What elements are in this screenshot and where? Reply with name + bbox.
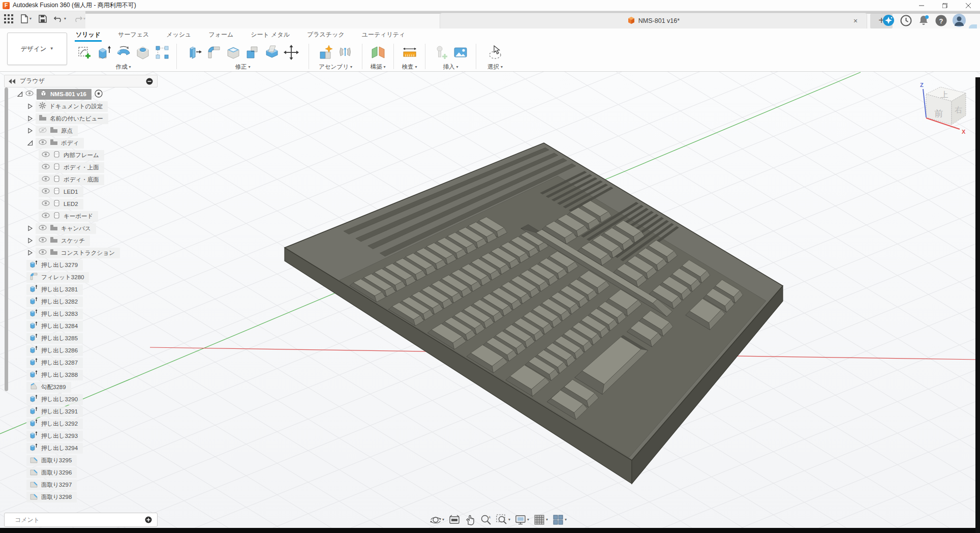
tree-item-pill[interactable]: キーボード <box>39 211 98 222</box>
feature-pill[interactable]: 押し出し3292 <box>26 419 83 429</box>
move-button[interactable] <box>283 44 299 61</box>
minimize-button[interactable] <box>910 0 933 11</box>
visibility-eye-icon[interactable] <box>42 213 50 220</box>
ribbon-group-label[interactable]: 検査▾ <box>402 63 417 71</box>
tree-item[interactable]: ボディ・底面 <box>39 174 104 185</box>
feature-item[interactable]: 押し出し3294 <box>26 442 83 454</box>
zoom-window-button[interactable]: ▾ <box>496 514 511 526</box>
app-grid-button[interactable] <box>3 13 14 24</box>
feature-pill[interactable]: 面取り3295 <box>26 455 77 466</box>
press-pull-button[interactable] <box>187 44 203 61</box>
feature-pill[interactable]: 押し出し3279 <box>26 260 83 271</box>
workspace-selector[interactable]: デザイン ▼ <box>7 33 67 65</box>
visibility-eye-icon[interactable] <box>42 188 50 195</box>
revolve-button[interactable] <box>115 44 132 61</box>
ribbon-group-label[interactable]: 作成▾ <box>115 63 131 71</box>
tree-item[interactable]: 原点 <box>26 125 78 136</box>
tree-item[interactable]: ボディ <box>26 137 84 149</box>
minimize-panel-icon[interactable] <box>146 78 153 85</box>
collapse-panel-icon[interactable] <box>9 79 16 84</box>
keyboard-3d-model[interactable] <box>285 143 783 484</box>
tree-root-item[interactable]: NMS-801 v16 <box>16 88 103 100</box>
extensions-icon[interactable] <box>882 14 895 28</box>
tree-item-pill[interactable]: ドキュメントの設定 <box>36 101 108 112</box>
new-component-button[interactable] <box>318 44 334 61</box>
feature-item[interactable]: 面取り3298 <box>26 491 77 502</box>
feature-pill[interactable]: 面取り3297 <box>26 480 77 490</box>
feature-item[interactable]: 押し出し3279 <box>26 259 83 271</box>
feature-pill[interactable]: 勾配3289 <box>26 382 71 393</box>
visibility-eye-icon[interactable] <box>42 200 50 208</box>
feature-item[interactable]: 押し出し3288 <box>26 369 83 380</box>
expander-closed-icon[interactable] <box>26 225 34 232</box>
root-pill[interactable]: NMS-801 v16 <box>37 89 91 100</box>
tree-item-pill[interactable]: 内部フレーム <box>39 150 104 161</box>
tree-item[interactable]: 名前の付いたビュー <box>26 113 108 124</box>
joint-button[interactable] <box>337 44 353 61</box>
shell-button[interactable] <box>225 44 241 61</box>
feature-pill[interactable]: 押し出し3282 <box>26 297 83 307</box>
tree-item-pill[interactable]: LED2 <box>39 199 83 210</box>
tree-item-pill[interactable]: 原点 <box>36 126 78 136</box>
feature-item[interactable]: 押し出し3287 <box>26 357 83 368</box>
tree-item-pill[interactable]: コンストラクション <box>36 248 120 258</box>
pan-button[interactable] <box>464 514 476 526</box>
viewports-button[interactable]: ▾ <box>552 514 567 526</box>
browser-panel-header[interactable]: ブラウザ <box>4 75 158 87</box>
view-cube[interactable]: 上前右ZX <box>910 76 980 139</box>
orbit-button[interactable]: ▾ <box>430 514 445 526</box>
fillet-button[interactable] <box>206 44 222 61</box>
construction-plane-button[interactable] <box>370 44 386 61</box>
activate-component-radio[interactable] <box>95 90 103 99</box>
expander-closed-icon[interactable] <box>26 249 34 256</box>
visibility-eye-icon[interactable] <box>42 152 50 159</box>
visibility-eye-icon[interactable] <box>39 139 47 146</box>
comment-input[interactable] <box>15 516 145 523</box>
feature-pill[interactable]: 面取り3298 <box>26 492 77 502</box>
tree-item-pill[interactable]: ボディ <box>36 138 84 149</box>
visibility-eye-icon[interactable] <box>25 91 34 98</box>
tree-item[interactable]: ボディ・上面 <box>39 162 104 173</box>
canvas-image-button[interactable] <box>452 44 469 61</box>
ribbon-group-label[interactable]: 修正▾ <box>235 63 250 71</box>
feature-item[interactable]: 押し出し3286 <box>26 345 83 356</box>
close-button[interactable] <box>957 0 980 11</box>
look-at-button[interactable] <box>448 514 461 526</box>
expander-open-icon[interactable] <box>16 91 23 98</box>
ribbon-tab-3[interactable]: メッシュ <box>165 28 192 42</box>
ribbon-tab-2[interactable]: サーフェス <box>117 28 150 42</box>
tree-item-pill[interactable]: スケッチ <box>36 235 90 246</box>
tree-item-pill[interactable]: ボディ・上面 <box>39 162 104 173</box>
combine-button[interactable] <box>244 44 261 61</box>
help-icon[interactable]: ? <box>935 15 947 28</box>
feature-item[interactable]: 面取り3297 <box>26 479 77 490</box>
visibility-eye-icon[interactable] <box>39 225 47 232</box>
expander-open-icon[interactable] <box>26 139 34 146</box>
feature-item[interactable]: 押し出し3291 <box>26 406 83 417</box>
ribbon-group-label[interactable]: アセンブリ▾ <box>319 63 352 71</box>
ribbon-group-label[interactable]: 挿入▾ <box>443 63 458 71</box>
tab-close-icon[interactable]: × <box>851 17 860 25</box>
add-comment-icon[interactable] <box>145 516 152 523</box>
feature-item[interactable]: 押し出し3284 <box>26 320 83 332</box>
comment-bar[interactable] <box>4 513 158 527</box>
tree-item[interactable]: キーボード <box>39 211 98 222</box>
tree-item[interactable]: ドキュメントの設定 <box>26 101 108 112</box>
visibility-eye-off-icon[interactable] <box>39 127 47 135</box>
extrude-button[interactable] <box>96 44 112 61</box>
display-settings-button[interactable]: ▾ <box>514 514 530 526</box>
tree-item-pill[interactable]: キャンバス <box>36 223 96 234</box>
feature-pill[interactable]: 押し出し3294 <box>26 443 83 454</box>
ribbon-tab-1[interactable]: ソリッド <box>75 28 102 42</box>
visibility-eye-icon[interactable] <box>39 249 47 256</box>
maximize-button[interactable] <box>933 0 957 11</box>
ribbon-tab-5[interactable]: シート メタル <box>250 28 291 42</box>
feature-item[interactable]: 面取り3296 <box>26 467 77 478</box>
tree-item[interactable]: 内部フレーム <box>39 150 104 161</box>
ribbon-tab-7[interactable]: ユーティリティ <box>361 28 407 42</box>
feature-pill[interactable]: フィレット3280 <box>26 272 89 283</box>
create-sketch-button[interactable] <box>77 44 93 61</box>
feature-pill[interactable]: 押し出し3285 <box>26 333 83 344</box>
visibility-eye-icon[interactable] <box>42 176 50 183</box>
tree-item[interactable]: スケッチ <box>26 235 90 246</box>
